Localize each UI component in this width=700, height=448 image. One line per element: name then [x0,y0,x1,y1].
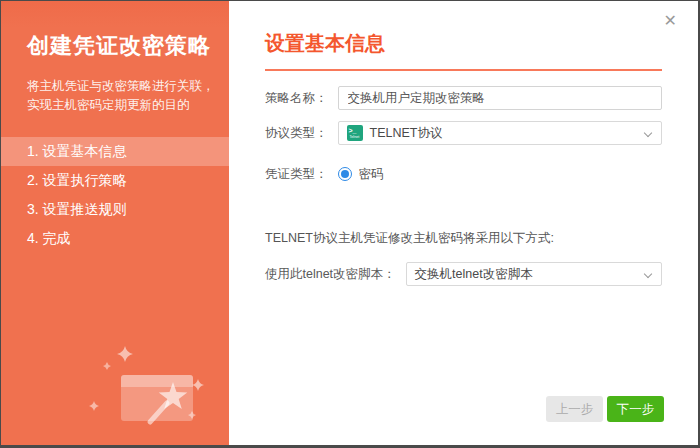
method-hint-text: TELNET协议主机凭证修改主机密码将采用以下方式: [265,230,554,247]
protocol-type-row: 协议类型： >_ Telnet TELNET协议 [265,121,662,145]
close-icon[interactable]: ✕ [664,13,677,29]
page-title: 设置基本信息 [265,31,662,55]
wizard-footer: 上一步 下一步 [546,396,664,422]
previous-step-button[interactable]: 上一步 [546,396,603,422]
wizard-sidebar: 创建凭证改密策略 将主机凭证与改密策略进行关联，实现主机密码定期更新的目的 1.… [1,1,229,445]
policy-name-input[interactable] [338,86,663,110]
protocol-select-value: TELNET协议 [370,125,443,142]
next-step-button[interactable]: 下一步 [607,396,664,422]
main-panel: ✕ 设置基本信息 策略名称： 协议类型： >_ Telnet TELNET协议 [229,1,700,445]
credential-type-label: 凭证类型： [265,166,328,183]
telnet-script-row: 使用此telnet改密脚本： 交换机telnet改密脚本 [265,262,662,286]
sidebar-title: 创建凭证改密策略 [27,31,229,61]
credential-type-row: 凭证类型： 密码 [265,164,662,184]
policy-name-row: 策略名称： [265,86,662,110]
telnet-script-select[interactable]: 交换机telnet改密脚本 [406,262,662,286]
telnet-icon: >_ Telnet [347,125,363,141]
policy-name-label: 策略名称： [265,90,328,107]
password-radio[interactable]: 密码 [338,166,384,183]
radio-circle-icon [338,167,352,181]
title-divider [265,69,662,71]
sidebar-description: 将主机凭证与改密策略进行关联，实现主机密码定期更新的目的 [27,77,225,115]
step-finish: 4. 完成 [1,224,229,253]
password-radio-label: 密码 [359,166,384,183]
create-credential-policy-dialog: 创建凭证改密策略 将主机凭证与改密策略进行关联，实现主机密码定期更新的目的 1.… [0,0,700,448]
magic-wand-illustration [81,341,211,436]
step-basic-info: 1. 设置基本信息 [1,137,229,166]
protocol-select[interactable]: >_ Telnet TELNET协议 [338,121,663,145]
telnet-script-label: 使用此telnet改密脚本： [265,266,396,283]
wizard-step-list: 1. 设置基本信息 2. 设置执行策略 3. 设置推送规则 4. 完成 [1,137,229,253]
step-push-rules: 3. 设置推送规则 [1,195,229,224]
protocol-type-label: 协议类型： [265,125,328,142]
method-hint-row: TELNET协议主机凭证修改主机密码将采用以下方式: [265,230,662,247]
step-execution-policy: 2. 设置执行策略 [1,166,229,195]
chevron-down-icon [645,271,652,278]
telnet-script-select-value: 交换机telnet改密脚本 [415,266,533,283]
chevron-down-icon [645,130,652,137]
